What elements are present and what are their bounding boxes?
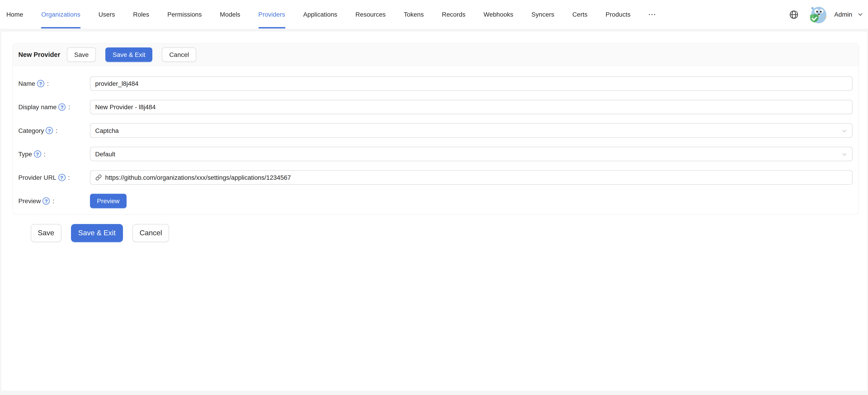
page-title: New Provider (18, 51, 60, 58)
question-circle-icon[interactable]: ? (42, 197, 50, 204)
name-label-text: Name (18, 80, 35, 87)
form-row-display-name: Display name ? : (18, 100, 852, 114)
chevron-down-icon (842, 152, 847, 157)
globe-icon[interactable] (789, 9, 799, 20)
label-colon: : (44, 151, 45, 158)
nav-item-providers[interactable]: Providers (249, 0, 294, 29)
page-content: New Provider Save Save & Exit Cancel Nam… (1, 32, 867, 391)
avatar[interactable] (809, 5, 828, 24)
nav-item-products[interactable]: Products (596, 0, 640, 29)
provider-url-field (90, 170, 852, 185)
save-button[interactable]: Save (67, 47, 96, 62)
nav-item-permissions[interactable]: Permissions (158, 0, 211, 29)
link-icon (95, 174, 101, 180)
card-header: New Provider Save Save & Exit Cancel (12, 44, 859, 66)
name-label: Name ? : (18, 80, 90, 87)
category-select-value: Captcha (95, 127, 119, 134)
form-row-preview: Preview ? : Preview (18, 194, 852, 208)
nav-item-resources[interactable]: Resources (346, 0, 395, 29)
new-provider-card: New Provider Save Save & Exit Cancel Nam… (12, 43, 859, 215)
provider-url-label: Provider URL ? : (18, 174, 90, 181)
preview-button[interactable]: Preview (90, 194, 127, 208)
label-colon: : (56, 127, 58, 134)
nav-item-users[interactable]: Users (90, 0, 124, 29)
display-name-label-text: Display name (18, 103, 57, 111)
type-label-text: Type (18, 151, 32, 158)
type-select-value: Default (95, 151, 115, 158)
nav-item-records[interactable]: Records (433, 0, 474, 29)
top-navbar: Home Organizations Users Roles Permissio… (0, 0, 868, 29)
nav-item-syncers[interactable]: Syncers (522, 0, 563, 29)
cancel-button-bottom[interactable]: Cancel (132, 224, 169, 242)
question-circle-icon[interactable]: ? (58, 174, 65, 181)
nav-item-roles[interactable]: Roles (124, 0, 158, 29)
type-select[interactable]: Default (90, 147, 852, 161)
nav-overflow-ellipsis[interactable]: ··· (640, 0, 665, 29)
preview-label-text: Preview (18, 197, 41, 204)
display-name-label: Display name ? : (18, 103, 90, 111)
nav-item-certs[interactable]: Certs (563, 0, 596, 29)
label-colon: : (68, 103, 70, 111)
provider-url-input[interactable] (104, 171, 847, 184)
chevron-down-icon[interactable] (858, 12, 863, 17)
category-label-text: Category (18, 127, 44, 134)
cancel-button[interactable]: Cancel (162, 47, 196, 62)
user-name[interactable]: Admin (834, 11, 852, 18)
question-circle-icon[interactable]: ? (46, 127, 53, 134)
label-colon: : (68, 174, 70, 181)
category-label: Category ? : (18, 127, 90, 134)
provider-url-label-text: Provider URL (18, 174, 56, 181)
form-row-name: Name ? : (18, 76, 852, 91)
preview-label: Preview ? : (18, 197, 90, 204)
nav-item-organizations[interactable]: Organizations (32, 0, 90, 29)
question-circle-icon[interactable]: ? (37, 80, 44, 87)
nav-item-tokens[interactable]: Tokens (395, 0, 433, 29)
nav-item-models[interactable]: Models (211, 0, 249, 29)
app-root: Home Organizations Users Roles Permissio… (0, 0, 868, 395)
display-name-input[interactable] (90, 100, 852, 114)
footer-actions: Save Save & Exit Cancel (31, 224, 867, 242)
provider-form: Name ? : Display name ? : (12, 66, 859, 214)
question-circle-icon[interactable]: ? (34, 151, 41, 158)
save-button-bottom[interactable]: Save (31, 224, 62, 242)
category-select[interactable]: Captcha (90, 123, 852, 138)
navbar-right: Admin (789, 5, 868, 24)
form-row-category: Category ? : Captcha (18, 123, 852, 138)
save-exit-button[interactable]: Save & Exit (105, 47, 153, 62)
nav-item-home[interactable]: Home (0, 0, 32, 29)
chevron-down-icon (842, 128, 847, 134)
name-input[interactable] (90, 76, 852, 91)
form-row-provider-url: Provider URL ? : (18, 170, 852, 185)
form-row-type: Type ? : Default (18, 147, 852, 161)
nav-item-applications[interactable]: Applications (294, 0, 346, 29)
label-colon: : (53, 197, 55, 204)
question-circle-icon[interactable]: ? (59, 103, 66, 111)
page-layout: New Provider Save Save & Exit Cancel Nam… (0, 29, 868, 395)
save-exit-button-bottom[interactable]: Save & Exit (71, 224, 123, 242)
type-label: Type ? : (18, 151, 90, 158)
nav-item-webhooks[interactable]: Webhooks (474, 0, 522, 29)
main-menu: Home Organizations Users Roles Permissio… (0, 0, 665, 29)
label-colon: : (47, 80, 49, 87)
